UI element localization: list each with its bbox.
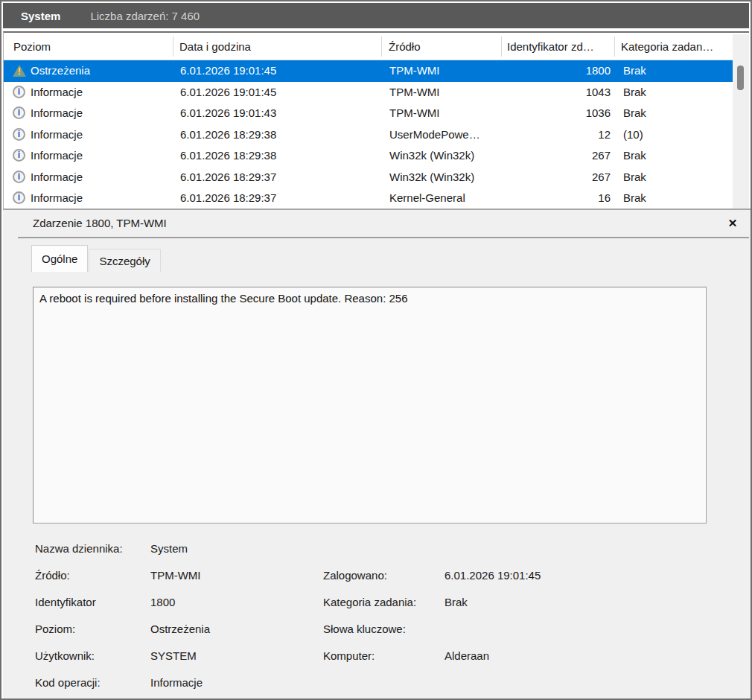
table-row[interactable]: i Informacje 6.01.2026 18:29:37 Win32k (… — [4, 167, 734, 188]
info-icon: i — [13, 149, 26, 162]
cell-datetime: 6.01.2026 19:01:43 — [180, 103, 374, 124]
cell-datetime: 6.01.2026 18:29:37 — [180, 188, 374, 209]
cell-source: TPM-WMI — [389, 82, 500, 104]
info-icon: i — [13, 171, 26, 184]
cell-level: Informacje — [31, 82, 172, 104]
event-message-box[interactable]: A reboot is required before installing t… — [33, 287, 707, 524]
cell-category: Brak — [623, 145, 731, 167]
cell-source: Kernel-General — [389, 188, 500, 209]
field-value-log-name: System — [150, 542, 188, 555]
cell-event-id: 267 — [504, 167, 611, 188]
cell-category: (10) — [623, 124, 731, 146]
table-row[interactable]: i Informacje 6.01.2026 19:01:43 TPM-WMI … — [4, 103, 734, 124]
field-label-keywords: Słowa kluczowe: — [323, 623, 406, 635]
tab-details[interactable]: Szczegóły — [89, 249, 160, 272]
cell-event-id: 1800 — [504, 60, 611, 82]
column-header-source[interactable]: Źródło — [389, 33, 499, 60]
cell-level: Informacje — [31, 145, 172, 167]
cell-category: Brak — [623, 82, 731, 104]
cell-category: Brak — [623, 167, 731, 188]
warning-icon: ! — [13, 64, 26, 77]
scrollbar-thumb[interactable] — [737, 66, 744, 90]
cell-datetime: 6.01.2026 19:01:45 — [180, 82, 374, 104]
cell-level: Ostrzeżenia — [31, 60, 172, 82]
column-divider[interactable] — [614, 36, 615, 57]
vertical-scrollbar[interactable] — [733, 34, 749, 209]
cell-source: Win32k (Win32k) — [389, 167, 500, 188]
log-header-bar: System Liczba zdarzeń: 7 460 — [3, 3, 749, 28]
column-header-category[interactable]: Kategoria zadan… — [621, 33, 733, 60]
field-label-level: Poziom: — [35, 623, 75, 635]
cell-event-id: 1043 — [504, 82, 611, 104]
table-header: Poziom Data i godzina Źródło Identyfikat… — [4, 33, 749, 60]
event-message: A reboot is required before installing t… — [39, 292, 408, 305]
field-label-source: Źródło: — [35, 569, 70, 582]
tab-general[interactable]: Ogólne — [31, 245, 88, 272]
table-row[interactable]: i Informacje 6.01.2026 18:29:38 UserMode… — [4, 124, 734, 146]
info-icon: i — [13, 128, 26, 141]
detail-tabs: Ogólne Szczegóły — [31, 244, 162, 272]
info-icon: i — [13, 86, 26, 99]
cell-datetime: 6.01.2026 18:29:37 — [180, 167, 374, 188]
cell-source: TPM-WMI — [389, 60, 500, 82]
close-icon[interactable]: ✕ — [725, 216, 740, 231]
cell-source: Win32k (Win32k) — [389, 145, 500, 167]
cell-event-id: 1036 — [504, 103, 611, 124]
cell-level: Informacje — [31, 103, 172, 124]
column-divider[interactable] — [173, 36, 173, 57]
cell-datetime: 6.01.2026 19:01:45 — [180, 60, 374, 82]
table-row[interactable]: i Informacje 6.01.2026 18:29:37 Kernel-G… — [4, 188, 734, 209]
info-icon: i — [13, 191, 26, 205]
event-count-label: Liczba zdarzeń: 7 460 — [90, 10, 200, 22]
cell-category: Brak — [623, 188, 731, 209]
field-value-level: Ostrzeżenia — [150, 623, 210, 635]
info-icon: i — [13, 106, 26, 120]
table-row[interactable]: ! Ostrzeżenia 6.01.2026 19:01:45 TPM-WMI… — [4, 60, 734, 82]
column-header-level[interactable]: Poziom — [13, 33, 170, 60]
column-divider[interactable] — [501, 36, 502, 57]
field-value-logged: 6.01.2026 19:01:45 — [444, 569, 541, 582]
cell-category: Brak — [623, 103, 731, 124]
field-value-user: SYSTEM — [150, 649, 197, 662]
table-body: ! Ostrzeżenia 6.01.2026 19:01:45 TPM-WMI… — [4, 60, 734, 209]
table-row[interactable]: i Informacje 6.01.2026 18:29:38 Win32k (… — [4, 145, 734, 167]
cell-datetime: 6.01.2026 18:29:38 — [180, 145, 374, 167]
cell-source: UserModePowe… — [389, 124, 500, 146]
field-label-log-name: Nazwa dziennika: — [35, 542, 123, 555]
field-value-opcode: Informacje — [150, 676, 203, 689]
cell-event-id: 12 — [504, 124, 611, 146]
log-name-tab[interactable]: System — [21, 10, 60, 22]
cell-event-id: 16 — [504, 188, 611, 209]
cell-level: Informacje — [31, 124, 172, 146]
field-value-task-category: Brak — [444, 596, 468, 608]
cell-event-id: 267 — [504, 145, 611, 167]
cell-source: TPM-WMI — [389, 103, 500, 124]
cell-level: Informacje — [31, 188, 172, 209]
event-viewer-window: System Liczba zdarzeń: 7 460 Poziom Data… — [0, 0, 752, 700]
cell-level: Informacje — [31, 167, 172, 188]
event-detail-pane: Zdarzenie 1800, TPM-WMI ✕ Ogólne Szczegó… — [3, 209, 752, 700]
field-value-event-id: 1800 — [150, 596, 175, 608]
table-row[interactable]: i Informacje 6.01.2026 19:01:45 TPM-WMI … — [4, 82, 734, 104]
field-label-computer: Komputer: — [323, 649, 375, 662]
column-header-event-id[interactable]: Identyfikator zd… — [507, 33, 611, 60]
field-value-source: TPM-WMI — [150, 569, 200, 582]
field-label-logged: Zalogowano: — [323, 569, 387, 582]
field-value-computer: Alderaan — [444, 649, 489, 662]
cell-datetime: 6.01.2026 18:29:38 — [180, 124, 374, 146]
field-label-task-category: Kategoria zadania: — [323, 596, 416, 608]
title-divider — [18, 237, 749, 238]
field-label-event-id: Identyfikator — [35, 596, 96, 608]
field-label-user: Użytkownik: — [35, 649, 95, 662]
column-header-datetime[interactable]: Data i godzina — [179, 33, 377, 60]
field-label-opcode: Kod operacji: — [35, 676, 101, 689]
cell-category: Brak — [623, 60, 731, 82]
detail-pane-title: Zdarzenie 1800, TPM-WMI — [33, 217, 167, 229]
event-table: Poziom Data i godzina Źródło Identyfikat… — [3, 31, 749, 209]
column-divider[interactable] — [381, 36, 382, 57]
